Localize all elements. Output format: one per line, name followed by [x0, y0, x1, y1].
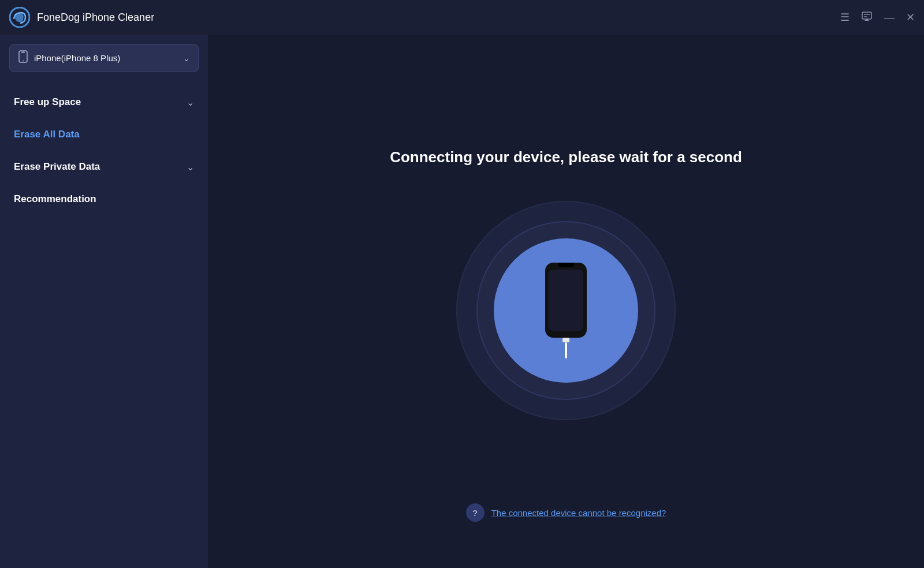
- menu-item-label-free-up-space: Free up Space: [14, 96, 81, 108]
- erase-private-data-chevron-icon: ⌄: [187, 162, 194, 173]
- device-name: iPhone(iPhone 8 Plus): [34, 53, 183, 63]
- device-chevron-icon: ⌄: [183, 54, 190, 63]
- free-up-space-chevron-icon: ⌄: [187, 97, 194, 108]
- chat-icon[interactable]: [861, 11, 873, 24]
- sidebar-item-free-up-space[interactable]: Free up Space ⌄: [5, 86, 203, 118]
- svg-point-6: [23, 61, 24, 62]
- content-area: Connecting your device, please wait for …: [208, 35, 924, 568]
- menu-item-label-erase-private-data: Erase Private Data: [14, 161, 100, 173]
- inner-circle: [494, 238, 638, 383]
- phone-illustration: [545, 263, 587, 358]
- phone-screen: [549, 270, 583, 331]
- device-selector[interactable]: iPhone(iPhone 8 Plus) ⌄: [9, 44, 199, 72]
- titlebar: FoneDog iPhone Cleaner ☰ — ✕: [0, 0, 924, 35]
- cable-wire: [565, 342, 567, 358]
- phone-animation: [456, 201, 676, 420]
- help-row: ? The connected device cannot be recogni…: [466, 503, 666, 522]
- main-layout: iPhone(iPhone 8 Plus) ⌄ Free up Space ⌄ …: [0, 35, 924, 568]
- lightning-cable: [562, 338, 569, 358]
- sidebar-item-erase-all-data[interactable]: Erase All Data: [5, 118, 203, 151]
- app-logo-icon: [9, 7, 30, 28]
- phone-notch: [558, 263, 574, 267]
- cable-connector: [562, 338, 569, 342]
- sidebar-item-erase-private-data[interactable]: Erase Private Data ⌄: [5, 151, 203, 183]
- phone-icon: [18, 50, 28, 66]
- sidebar-item-recommendation[interactable]: Recommendation: [5, 183, 203, 215]
- minimize-icon[interactable]: —: [884, 12, 895, 23]
- close-icon[interactable]: ✕: [906, 12, 915, 23]
- sidebar-menu: Free up Space ⌄ Erase All Data Erase Pri…: [0, 86, 208, 568]
- svg-rect-5: [21, 52, 25, 53]
- phone-body: [545, 263, 587, 338]
- sidebar: iPhone(iPhone 8 Plus) ⌄ Free up Space ⌄ …: [0, 35, 208, 568]
- connecting-title: Connecting your device, please wait for …: [390, 148, 742, 166]
- window-controls: ☰ — ✕: [840, 11, 915, 24]
- menu-item-label-recommendation: Recommendation: [14, 193, 96, 205]
- app-branding: FoneDog iPhone Cleaner: [9, 7, 154, 28]
- menu-icon[interactable]: ☰: [840, 12, 850, 23]
- help-badge: ?: [466, 503, 485, 522]
- svg-rect-1: [862, 12, 871, 19]
- app-title: FoneDog iPhone Cleaner: [37, 12, 154, 24]
- menu-item-label-erase-all-data: Erase All Data: [14, 129, 80, 140]
- help-link[interactable]: The connected device cannot be recognize…: [491, 508, 666, 518]
